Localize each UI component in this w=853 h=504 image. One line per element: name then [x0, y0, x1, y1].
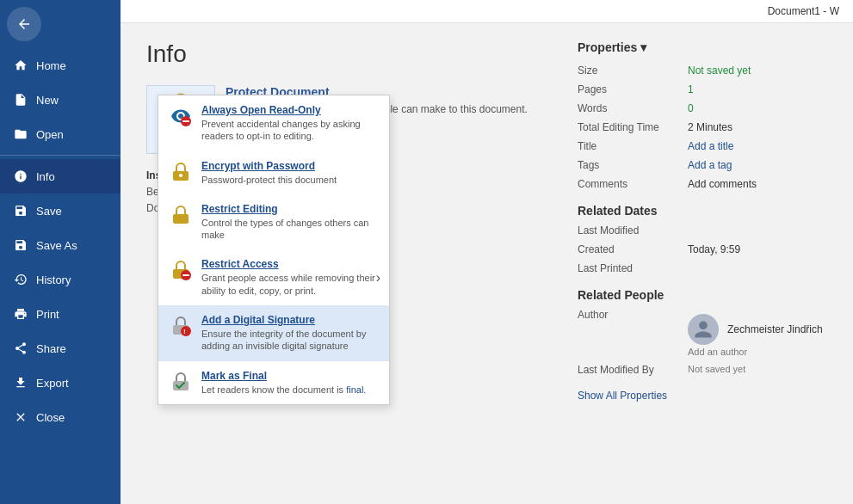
- author-info: Zechmeister Jindřich Add an author: [688, 309, 823, 357]
- sidebar-item-save[interactable]: Save: [0, 194, 121, 228]
- sidebar-item-export[interactable]: Export: [0, 366, 121, 400]
- prop-title-value[interactable]: Add a title: [688, 140, 733, 152]
- sidebar-item-share[interactable]: Share: [0, 331, 121, 366]
- mark-final-text: Mark as Final Let readers know the docum…: [201, 370, 366, 396]
- prop-pages-value: 1: [688, 83, 694, 95]
- info-icon: [14, 169, 28, 183]
- info-section: Info ProtectDocument ▾: [146, 40, 552, 487]
- sidebar-item-print-label: Print: [36, 308, 59, 321]
- prop-editing-time-value: 2 Minutes: [688, 121, 732, 133]
- sidebar-item-close[interactable]: Close: [0, 400, 121, 434]
- restrict-access-icon: [169, 258, 193, 282]
- sidebar-item-new[interactable]: New: [0, 83, 121, 117]
- show-all-properties-link[interactable]: Show All Properties: [578, 390, 667, 402]
- prop-size-value: Not saved yet: [688, 65, 751, 77]
- sidebar-item-save-label: Save: [36, 205, 62, 218]
- sidebar-item-info[interactable]: Info: [0, 159, 121, 194]
- author-row: Zechmeister Jindřich: [688, 314, 823, 345]
- sidebar-item-new-label: New: [36, 94, 59, 107]
- mark-final-icon: [169, 370, 193, 394]
- mark-final-title: Mark as Final: [201, 370, 366, 382]
- prop-size-label: Size: [578, 65, 681, 77]
- dropdown-item-mark-final[interactable]: Mark as Final Let readers know the docum…: [158, 361, 389, 404]
- prop-row-last-printed: Last Printed: [578, 262, 827, 274]
- prop-tags-value[interactable]: Add a tag: [688, 159, 732, 171]
- author-name: Zechmeister Jindřich: [727, 323, 823, 335]
- sidebar-close-icon: [14, 410, 28, 424]
- prop-row-comments: Comments Add comments: [578, 178, 827, 190]
- sidebar-item-saveas[interactable]: Save As: [0, 228, 121, 262]
- properties-panel: Properties ▾ Size Not saved yet Pages 1 …: [578, 40, 827, 487]
- prop-author-label: Author: [578, 309, 681, 321]
- sidebar-item-open[interactable]: Open: [0, 117, 121, 151]
- prop-last-modified-by-value: Not saved yet: [688, 364, 745, 376]
- prop-row-tags: Tags Add a tag: [578, 159, 827, 171]
- prop-row-editing-time: Total Editing Time 2 Minutes: [578, 121, 827, 133]
- always-open-icon: [169, 104, 193, 128]
- sidebar: Home New Open Info Save Save As: [0, 0, 121, 504]
- sidebar-item-close-label: Close: [36, 411, 65, 424]
- svg-point-13: [181, 326, 191, 336]
- always-open-text: Always Open Read-Only Prevent accidental…: [201, 104, 379, 143]
- prop-words-label: Words: [578, 102, 681, 114]
- title-bar: Document1 - W: [121, 0, 853, 23]
- prop-row-words: Words 0: [578, 102, 827, 114]
- share-icon: [14, 341, 28, 355]
- back-button[interactable]: [7, 7, 41, 41]
- sidebar-item-saveas-label: Save As: [36, 239, 77, 252]
- prop-comments-label: Comments: [578, 178, 681, 190]
- prop-row-created: Created Today, 9:59: [578, 243, 827, 255]
- encrypt-text: Encrypt with Password Password-protect t…: [201, 160, 337, 186]
- restrict-access-title: Restrict Access: [201, 258, 379, 270]
- open-icon: [14, 127, 28, 141]
- prop-last-printed-label: Last Printed: [578, 262, 681, 274]
- sidebar-item-share-label: Share: [36, 342, 66, 355]
- avatar: [688, 314, 719, 345]
- prop-created-label: Created: [578, 243, 681, 255]
- new-icon: [14, 93, 28, 107]
- dropdown-item-restrict-access[interactable]: Restrict Access Grant people access whil…: [158, 249, 389, 305]
- restrict-editing-title: Restrict Editing: [201, 203, 379, 215]
- home-icon: [14, 58, 28, 72]
- history-icon: [14, 273, 28, 286]
- restrict-editing-icon: [169, 203, 193, 227]
- properties-title: Properties ▾: [578, 40, 827, 54]
- prop-pages-label: Pages: [578, 83, 681, 95]
- restrict-editing-text: Restrict Editing Control the types of ch…: [201, 203, 379, 242]
- sidebar-item-info-label: Info: [36, 170, 55, 183]
- dropdown-item-digital-signature[interactable]: ! Add a Digital Signature Ensure the int…: [158, 305, 389, 361]
- sidebar-item-export-label: Export: [36, 377, 69, 390]
- digital-signature-title: Add a Digital Signature: [201, 314, 379, 326]
- encrypt-desc: Password-protect this document: [201, 174, 337, 186]
- add-author-link[interactable]: Add an author: [688, 347, 823, 357]
- sidebar-item-home-label: Home: [36, 59, 66, 72]
- sidebar-item-print[interactable]: Print: [0, 297, 121, 331]
- prop-created-value: Today, 9:59: [688, 243, 740, 255]
- prop-row-size: Size Not saved yet: [578, 65, 827, 77]
- mark-final-desc: Let readers know the document is final.: [201, 384, 366, 396]
- dropdown-item-restrict-editing[interactable]: Restrict Editing Control the types of ch…: [158, 194, 389, 250]
- prop-row-author: Author Zechmeister Jindřich Add an autho…: [578, 309, 827, 357]
- related-dates-title: Related Dates: [578, 204, 827, 218]
- restrict-access-text: Restrict Access Grant people access whil…: [201, 258, 379, 297]
- digital-signature-text: Add a Digital Signature Ensure the integ…: [201, 314, 379, 353]
- sidebar-item-history[interactable]: History: [0, 262, 121, 297]
- always-open-title: Always Open Read-Only: [201, 104, 379, 116]
- sidebar-nav: Home New Open Info Save Save As: [0, 48, 121, 504]
- print-icon: [14, 307, 28, 321]
- prop-tags-label: Tags: [578, 159, 681, 171]
- save-icon: [14, 204, 28, 218]
- prop-words-value: 0: [688, 102, 694, 114]
- prop-row-last-modified-by: Last Modified By Not saved yet: [578, 364, 827, 376]
- sidebar-item-home[interactable]: Home: [0, 48, 121, 83]
- saveas-icon: [14, 238, 28, 252]
- svg-rect-8: [173, 214, 189, 224]
- main-content: Document1 - W Info P: [121, 0, 853, 504]
- encrypt-title: Encrypt with Password: [201, 160, 337, 172]
- avatar-person-icon: [693, 319, 714, 340]
- dropdown-item-encrypt[interactable]: Encrypt with Password Password-protect t…: [158, 151, 389, 194]
- title-bar-text: Document1 - W: [768, 5, 839, 17]
- dropdown-item-always-open[interactable]: Always Open Read-Only Prevent accidental…: [158, 95, 389, 151]
- sidebar-item-open-label: Open: [36, 128, 64, 141]
- prop-row-pages: Pages 1: [578, 83, 827, 95]
